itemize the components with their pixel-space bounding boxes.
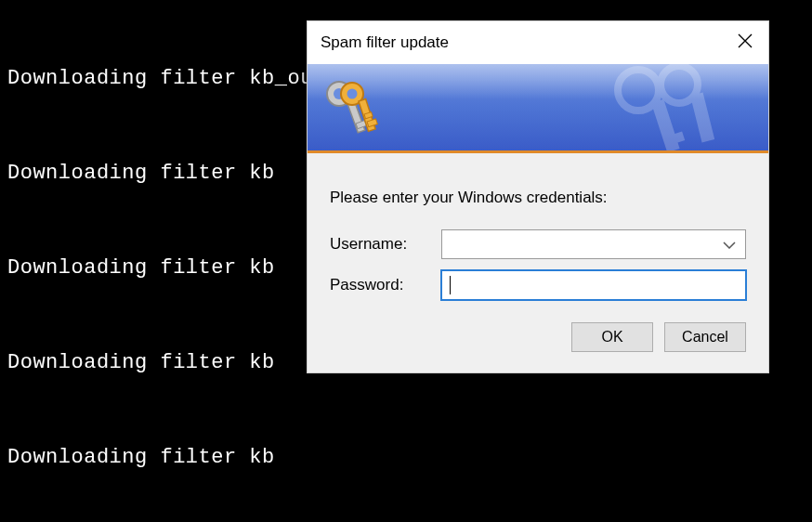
dialog-title: Spam filter update: [321, 33, 449, 52]
text-caret: [450, 276, 451, 294]
keys-watermark-icon: [601, 64, 731, 153]
credentials-dialog: Spam filter update: [307, 20, 769, 373]
close-icon: [738, 33, 753, 52]
dialog-content: Please enter your Windows credentials: U…: [308, 153, 768, 372]
password-label: Password:: [330, 276, 441, 294]
username-label: Username:: [330, 235, 441, 254]
ok-button[interactable]: OK: [571, 322, 653, 352]
svg-rect-13: [690, 93, 714, 143]
username-row: Username:: [330, 229, 746, 259]
banner: [308, 64, 768, 153]
titlebar: Spam filter update: [308, 21, 768, 64]
terminal-line: Downloading filter kb: [7, 442, 805, 474]
username-input[interactable]: [441, 229, 746, 259]
password-input[interactable]: [441, 270, 746, 300]
prompt-text: Please enter your Windows credentials:: [330, 189, 746, 207]
svg-point-5: [347, 89, 358, 99]
svg-rect-10: [651, 99, 680, 153]
password-row: Password:: [330, 270, 746, 300]
cancel-button[interactable]: Cancel: [664, 322, 746, 352]
button-row: OK Cancel: [330, 322, 746, 352]
close-button[interactable]: [722, 21, 768, 64]
keys-icon: [313, 70, 391, 151]
chevron-down-icon: [723, 235, 736, 254]
